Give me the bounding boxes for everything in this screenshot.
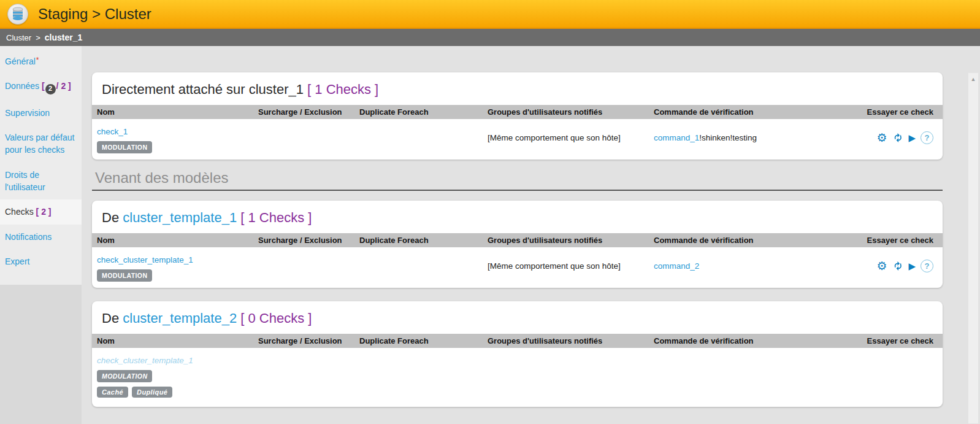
sidebar-item-label: Expert (5, 256, 29, 266)
sidebar-filler (0, 285, 82, 424)
table-row: check_1 MODULATION [Même comportement qu… (92, 119, 943, 160)
sidebar-item-checks[interactable]: Checks [ 2 ] (0, 199, 82, 224)
template-link[interactable]: cluster_template_2 (123, 310, 237, 326)
table-row: check_cluster_template_1 MODULATION [Mêm… (92, 247, 943, 288)
column-header-duplicate: Duplicate Foreach (359, 107, 488, 117)
sidebar-item-label: Données (5, 81, 39, 91)
page-title: Staging > Cluster (38, 6, 151, 23)
card-direct-checks: Directement attaché sur cluster_1 [ 1 Ch… (92, 72, 943, 160)
column-header-commande: Commande de vérification (654, 336, 862, 345)
card-template2-title: De cluster_template_2 [ 0 Checks ] (92, 301, 943, 334)
breadcrumb-separator: > (36, 33, 40, 42)
row-actions: ⚙ ▶ ? (862, 260, 933, 272)
duplique-badge: Dupliqué (132, 387, 172, 398)
breadcrumb: Cluster > cluster_1 (0, 29, 980, 46)
scroll-up-arrow-icon[interactable]: ▲ (971, 73, 976, 423)
sidebar-item-droits-utilisateur[interactable]: Droits de l'utilisateur (0, 163, 82, 200)
count-circle-badge: 2 (45, 84, 56, 94)
check-link[interactable]: check_cluster_template_1 (97, 356, 193, 365)
configure-gear-icon[interactable]: ⚙ (876, 132, 887, 144)
sidebar: Général* Données [2/ 2 ] Supervision Val… (0, 46, 82, 424)
cache-badge: Caché (97, 387, 128, 398)
check-link[interactable]: check_cluster_template_1 (97, 255, 193, 264)
command-link[interactable]: command_1 (654, 133, 699, 142)
count-rest: / 2 ] (56, 81, 71, 91)
column-header-commande: Commande de vérification (654, 107, 862, 117)
card-template1-title: De cluster_template_1 [ 1 Checks ] (92, 201, 943, 233)
column-header-commande: Commande de vérification (654, 236, 862, 245)
sidebar-item-expert[interactable]: Expert (0, 249, 82, 274)
sidebar-item-label: Droits de l'utilisateur (5, 170, 45, 192)
title-prefix: De (102, 210, 119, 225)
sidebar-nav: Général* Données [2/ 2 ] Supervision Val… (0, 46, 82, 285)
card-title-text: Directement attaché sur cluster_1 (102, 82, 304, 97)
column-header-essayer: Essayer ce check (862, 336, 943, 345)
table-header: Nom Surcharge / Exclusion Duplicate Fore… (92, 105, 943, 119)
column-header-nom: Nom (92, 107, 258, 117)
column-header-essayer: Essayer ce check (862, 107, 943, 117)
column-header-duplicate: Duplicate Foreach (359, 236, 488, 245)
help-icon[interactable]: ? (921, 260, 933, 272)
title-prefix: De (102, 310, 119, 326)
configure-gear-icon[interactable]: ⚙ (876, 260, 887, 272)
modulation-badge: MODULATION (97, 370, 152, 382)
sidebar-item-donnees[interactable]: Données [2/ 2 ] (0, 74, 82, 100)
vertical-scrollbar[interactable]: ▲ (968, 72, 979, 424)
main-content: Directement attaché sur cluster_1 [ 1 Ch… (82, 46, 980, 424)
card-direct-title: Directement attaché sur cluster_1 [ 1 Ch… (92, 72, 943, 105)
run-check-play-icon[interactable]: ▶ (908, 261, 916, 271)
column-header-surcharge: Surcharge / Exclusion (258, 336, 359, 345)
sidebar-item-supervision[interactable]: Supervision (0, 101, 82, 125)
run-check-play-icon[interactable]: ▶ (908, 133, 916, 142)
sidebar-item-label: Supervision (5, 108, 50, 118)
notified-groups-value: [Même comportement que son hôte] (488, 133, 621, 142)
table-header: Nom Surcharge / Exclusion Duplicate Fore… (92, 334, 943, 348)
bracket-open: [ (42, 81, 45, 91)
column-header-surcharge: Surcharge / Exclusion (258, 107, 359, 117)
checks-count: [ 2 ] (36, 207, 52, 217)
column-header-surcharge: Surcharge / Exclusion (258, 236, 359, 245)
breadcrumb-root[interactable]: Cluster (6, 33, 31, 42)
card-template1-checks: De cluster_template_1 [ 1 Checks ] Nom S… (92, 201, 943, 288)
sidebar-item-label: Checks (5, 207, 34, 217)
modulation-badge: MODULATION (97, 141, 152, 153)
refresh-gear-icon[interactable] (892, 132, 903, 144)
column-header-groupes: Groupes d'utilisateurs notifiés (488, 336, 654, 345)
column-header-groupes: Groupes d'utilisateurs notifiés (488, 236, 654, 245)
column-header-groupes: Groupes d'utilisateurs notifiés (488, 107, 654, 117)
card-title-count: [ 1 Checks ] (307, 82, 378, 97)
sidebar-item-label: Valeurs par défaut pour les checks (5, 133, 74, 155)
refresh-gear-icon[interactable] (892, 260, 903, 272)
database-icon-glyph (12, 7, 24, 21)
column-header-nom: Nom (92, 336, 258, 345)
card-title-count: [ 0 Checks ] (240, 310, 312, 326)
breadcrumb-current: cluster_1 (45, 33, 82, 42)
sidebar-item-label: Général (5, 56, 36, 66)
card-template2-checks: De cluster_template_2 [ 0 Checks ] Nom S… (92, 301, 943, 407)
models-section-heading: Venant des modèles (92, 169, 943, 191)
sidebar-item-notifications[interactable]: Notifications (0, 225, 82, 249)
modulation-badge: MODULATION (97, 269, 152, 282)
app-header: Staging > Cluster (0, 0, 980, 29)
column-header-essayer: Essayer ce check (862, 236, 943, 245)
sidebar-item-general[interactable]: Général* (0, 49, 82, 74)
table-row-hidden: check_cluster_template_1 MODULATION Cach… (92, 348, 943, 407)
help-icon[interactable]: ? (921, 131, 933, 144)
sidebar-item-valeurs-defaut[interactable]: Valeurs par défaut pour les checks (0, 125, 82, 163)
column-header-nom: Nom (92, 236, 258, 245)
table-header: Nom Surcharge / Exclusion Duplicate Fore… (92, 233, 943, 247)
column-header-duplicate: Duplicate Foreach (359, 336, 488, 345)
database-icon (7, 4, 28, 25)
card-title-count: [ 1 Checks ] (240, 210, 312, 225)
row-actions: ⚙ ▶ ? (862, 131, 933, 144)
command-link[interactable]: command_2 (654, 261, 699, 271)
required-asterisk: * (36, 56, 39, 64)
command-args: !shinken!testing (699, 133, 757, 142)
sidebar-item-label: Notifications (5, 232, 52, 242)
template-link[interactable]: cluster_template_1 (123, 210, 237, 225)
check-link[interactable]: check_1 (97, 127, 128, 136)
notified-groups-value: [Même comportement que son hôte] (488, 261, 621, 271)
